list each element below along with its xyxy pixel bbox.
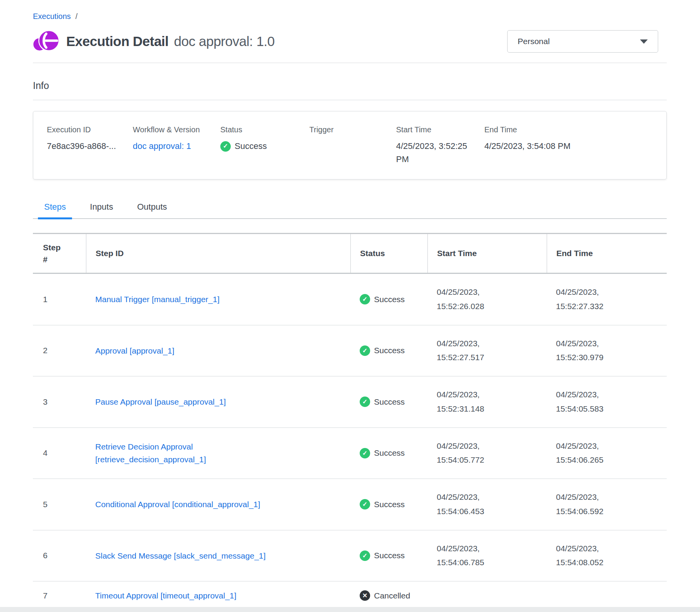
start-time-cell: 04/25/2023, 15:54:06.453 <box>427 490 547 519</box>
chevron-down-icon <box>640 39 648 44</box>
scope-dropdown-value: Personal <box>518 37 550 46</box>
start-date-line: 04/25/2023, <box>437 285 539 299</box>
status-cell: ✓ Success <box>350 345 427 356</box>
step-id-link[interactable]: Pause Approval [pause_approval_1] <box>95 397 226 406</box>
status-cell: ✓ Success <box>350 397 427 407</box>
table-row: 7 Timeout Approval [timeout_approval_1] … <box>33 581 667 610</box>
status-cell: ✓ Success <box>350 294 427 304</box>
status-label: Success <box>374 500 405 509</box>
start-date-line: 04/25/2023, <box>437 337 539 351</box>
step-id-link[interactable]: Slack Send Message [slack_send_message_1… <box>95 551 266 560</box>
start-date-line: 04/25/2023, <box>437 388 539 402</box>
table-body: 1 Manual Trigger [manual_trigger_1] ✓ Su… <box>33 274 667 612</box>
table-row: 1 Manual Trigger [manual_trigger_1] ✓ Su… <box>33 274 667 325</box>
end-date-line: 04/25/2023, <box>556 439 659 453</box>
end-date-line: 04/25/2023, <box>556 337 659 351</box>
step-id-link[interactable]: Manual Trigger [manual_trigger_1] <box>95 295 220 304</box>
start-time-cell: 04/25/2023, 15:54:06.785 <box>427 542 547 570</box>
info-section-title: Info <box>33 80 667 100</box>
status-cell: ✓ Success <box>350 448 427 458</box>
column-header-start-time: Start Time <box>427 234 547 273</box>
status-label: Cancelled <box>374 591 410 600</box>
end-date-line: 04/25/2023, <box>556 490 659 504</box>
step-id-link[interactable]: Retrieve Decision Approval [retrieve_dec… <box>95 442 206 464</box>
breadcrumb-separator: / <box>75 12 78 21</box>
step-number: 7 <box>33 591 86 600</box>
workflow-version-link[interactable]: doc approval: 1 <box>133 141 191 151</box>
status-label: Success <box>374 551 405 560</box>
step-number: 5 <box>33 500 86 509</box>
start-time-cell: 04/25/2023, 15:52:26.028 <box>427 285 547 314</box>
success-check-icon: ✓ <box>360 397 370 407</box>
success-check-icon: ✓ <box>360 550 370 561</box>
table-row: 2 Approval [approval_1] ✓ Success 04/25/… <box>33 325 667 377</box>
start-time-line: 15:52:26.028 <box>437 299 539 314</box>
info-field-status: Status ✓Success <box>220 125 309 166</box>
end-date-line: 04/25/2023, <box>556 285 659 299</box>
tab-bar: Steps Inputs Outputs <box>33 202 667 219</box>
success-check-icon: ✓ <box>360 499 370 509</box>
info-label: End Time <box>484 125 575 134</box>
status-label: Success <box>374 295 405 304</box>
tab-outputs[interactable]: Outputs <box>131 202 173 218</box>
info-field-start-time: Start Time 4/25/2023, 3:52:25 PM <box>396 125 484 166</box>
end-time-cell: 04/25/2023, 15:52:30.979 <box>547 337 667 365</box>
end-time-cell: 04/25/2023, 15:54:06.592 <box>547 490 667 519</box>
status-cell: ✓ Success <box>350 550 427 561</box>
table-header: Step # Step ID Status Start Time End Tim… <box>33 234 667 274</box>
column-header-step-number: Step # <box>33 234 86 273</box>
step-number: 3 <box>33 397 86 407</box>
page-subtitle: doc approval: 1.0 <box>174 34 275 49</box>
start-time-value: 4/25/2023, 3:52:25 PM <box>396 140 478 166</box>
table-row: 6 Slack Send Message [slack_send_message… <box>33 530 667 582</box>
execution-id-value: 7e8ac396-a868-... <box>47 140 127 153</box>
step-number: 4 <box>33 448 86 458</box>
step-number: 2 <box>33 346 86 355</box>
status-cell: ✓ Success <box>350 499 427 509</box>
step-id-link[interactable]: Approval [approval_1] <box>95 346 174 355</box>
workflow-icon <box>33 29 58 53</box>
info-field-workflow-version: Workflow & Version doc approval: 1 <box>133 125 220 166</box>
page-header: Execution Detail doc approval: 1.0 Perso… <box>33 29 667 63</box>
status-label: Success <box>374 397 405 407</box>
cancelled-x-icon: ✕ <box>360 590 370 601</box>
start-time-line: 15:54:06.785 <box>437 556 539 570</box>
scope-dropdown[interactable]: Personal <box>507 30 658 53</box>
column-header-status: Status <box>350 234 427 273</box>
info-field-end-time: End Time 4/25/2023, 3:54:08 PM <box>484 125 581 166</box>
info-label: Execution ID <box>47 125 127 134</box>
step-number: 1 <box>33 295 86 304</box>
end-time-line: 15:54:06.265 <box>556 453 659 467</box>
start-time-line: 15:54:05.772 <box>437 453 539 467</box>
start-date-line: 04/25/2023, <box>437 439 539 453</box>
column-header-step-id: Step ID <box>86 234 350 273</box>
start-time-line: 15:52:31.148 <box>437 402 539 416</box>
end-time-line: 15:52:27.332 <box>556 299 659 314</box>
breadcrumb-executions-link[interactable]: Executions <box>33 12 71 21</box>
end-time-value: 4/25/2023, 3:54:08 PM <box>484 140 575 153</box>
info-card: Execution ID 7e8ac396-a868-... Workflow … <box>33 111 667 179</box>
start-time-line: 15:52:27.517 <box>437 350 539 365</box>
tab-inputs[interactable]: Inputs <box>84 202 119 218</box>
info-label: Trigger <box>309 125 390 134</box>
start-date-line: 04/25/2023, <box>437 490 539 504</box>
success-check-icon: ✓ <box>360 294 370 304</box>
status-label: Success <box>374 346 405 355</box>
start-time-cell: 04/25/2023, 15:52:27.517 <box>427 337 547 365</box>
end-time-cell: 04/25/2023, 15:54:06.265 <box>547 439 667 468</box>
step-id-link[interactable]: Conditional Approval [conditional_approv… <box>95 500 260 509</box>
info-label: Workflow & Version <box>133 125 214 134</box>
tab-steps[interactable]: Steps <box>38 202 72 218</box>
step-id-link[interactable]: Timeout Approval [timeout_approval_1] <box>95 591 237 600</box>
status-cell: ✕ Cancelled <box>350 590 427 601</box>
steps-table: Step # Step ID Status Start Time End Tim… <box>33 233 667 612</box>
status-label: Success <box>374 448 405 458</box>
end-time-line: 15:54:08.052 <box>556 556 659 570</box>
success-check-icon: ✓ <box>360 345 370 356</box>
info-label: Start Time <box>396 125 478 134</box>
end-time-line: 15:54:06.592 <box>556 504 659 519</box>
table-row: 4 Retrieve Decision Approval [retrieve_d… <box>33 428 667 479</box>
bottom-page-edge <box>0 607 700 612</box>
start-time-line: 15:54:06.453 <box>437 504 539 519</box>
info-field-trigger: Trigger <box>309 125 396 166</box>
